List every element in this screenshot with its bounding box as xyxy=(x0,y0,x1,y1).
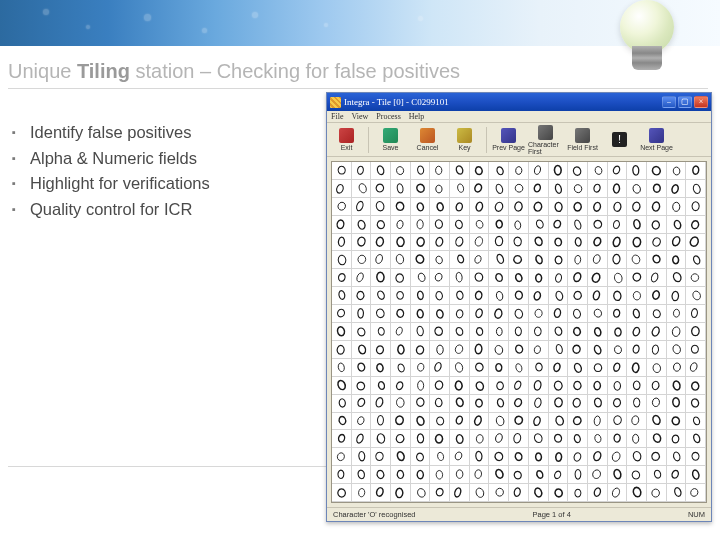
glyph-tile[interactable] xyxy=(450,305,470,323)
glyph-tile[interactable] xyxy=(411,198,431,216)
glyph-tile[interactable] xyxy=(470,341,490,359)
glyph-tile[interactable] xyxy=(450,377,470,395)
glyph-tile[interactable] xyxy=(568,359,588,377)
glyph-tile[interactable] xyxy=(371,269,391,287)
glyph-tile[interactable] xyxy=(549,287,569,305)
glyph-tile[interactable] xyxy=(470,216,490,234)
glyph-tile[interactable] xyxy=(647,430,667,448)
glyph-tile[interactable] xyxy=(686,448,706,466)
glyph-tile[interactable] xyxy=(686,305,706,323)
glyph-tile[interactable] xyxy=(529,287,549,305)
glyph-tile[interactable] xyxy=(588,466,608,484)
glyph-tile[interactable] xyxy=(529,359,549,377)
glyph-tile[interactable] xyxy=(627,484,647,502)
close-button[interactable]: × xyxy=(694,96,708,108)
glyph-tile[interactable] xyxy=(371,395,391,413)
glyph-tile[interactable] xyxy=(627,377,647,395)
glyph-tile[interactable] xyxy=(568,448,588,466)
glyph-tile[interactable] xyxy=(411,234,431,252)
glyph-tile[interactable] xyxy=(450,216,470,234)
glyph-tile[interactable] xyxy=(371,341,391,359)
glyph-tile[interactable] xyxy=(352,180,372,198)
glyph-tile[interactable] xyxy=(430,251,450,269)
glyph-tile[interactable] xyxy=(430,269,450,287)
glyph-tile[interactable] xyxy=(627,198,647,216)
glyph-tile[interactable] xyxy=(391,162,411,180)
glyph-tile[interactable] xyxy=(686,216,706,234)
glyph-tile[interactable] xyxy=(549,484,569,502)
minimize-button[interactable]: – xyxy=(662,96,676,108)
glyph-tile[interactable] xyxy=(549,448,569,466)
glyph-tile[interactable] xyxy=(627,341,647,359)
glyph-tile[interactable] xyxy=(489,466,509,484)
glyph-tile[interactable] xyxy=(667,234,687,252)
glyph-tile[interactable] xyxy=(608,341,628,359)
glyph-tile[interactable] xyxy=(352,234,372,252)
glyph-tile[interactable] xyxy=(588,359,608,377)
exit-button[interactable]: Exit xyxy=(329,125,364,155)
glyph-tile[interactable] xyxy=(608,269,628,287)
glyph-tile[interactable] xyxy=(568,216,588,234)
glyph-tile[interactable] xyxy=(529,395,549,413)
glyph-tile[interactable] xyxy=(470,323,490,341)
glyph-tile[interactable] xyxy=(667,359,687,377)
glyph-tile[interactable] xyxy=(450,413,470,431)
glyph-tile[interactable] xyxy=(588,305,608,323)
glyph-tile[interactable] xyxy=(509,287,529,305)
glyph-tile[interactable] xyxy=(352,484,372,502)
glyph-tile[interactable] xyxy=(371,484,391,502)
glyph-tile[interactable] xyxy=(647,448,667,466)
glyph-tile[interactable] xyxy=(686,162,706,180)
glyph-tile[interactable] xyxy=(371,377,391,395)
glyph-tile[interactable] xyxy=(549,413,569,431)
glyph-tile[interactable] xyxy=(371,180,391,198)
menu-item[interactable]: Help xyxy=(409,112,425,121)
glyph-tile[interactable] xyxy=(411,305,431,323)
glyph-tile[interactable] xyxy=(332,341,352,359)
glyph-tile[interactable] xyxy=(549,377,569,395)
glyph-tile[interactable] xyxy=(608,305,628,323)
glyph-tile[interactable] xyxy=(489,216,509,234)
glyph-tile[interactable] xyxy=(647,162,667,180)
glyph-tile[interactable] xyxy=(489,180,509,198)
glyph-tile[interactable] xyxy=(529,251,549,269)
glyph-tile[interactable] xyxy=(549,234,569,252)
glyph-tile[interactable] xyxy=(529,413,549,431)
glyph-tile[interactable] xyxy=(352,377,372,395)
glyph-tile[interactable] xyxy=(647,323,667,341)
glyph-tile[interactable] xyxy=(470,162,490,180)
glyph-tile[interactable] xyxy=(509,466,529,484)
glyph-tile[interactable] xyxy=(608,430,628,448)
glyph-tile[interactable] xyxy=(332,359,352,377)
glyph-tile[interactable] xyxy=(371,162,391,180)
glyph-tile[interactable] xyxy=(430,359,450,377)
glyph-tile[interactable] xyxy=(332,216,352,234)
glyph-tile[interactable] xyxy=(568,251,588,269)
glyph-tile[interactable] xyxy=(332,305,352,323)
glyph-tile[interactable] xyxy=(667,305,687,323)
glyph-tile[interactable] xyxy=(371,287,391,305)
glyph-tile[interactable] xyxy=(549,162,569,180)
glyph-tile[interactable] xyxy=(509,269,529,287)
glyph-tile[interactable] xyxy=(391,216,411,234)
maximize-button[interactable]: ▢ xyxy=(678,96,692,108)
glyph-tile[interactable] xyxy=(667,448,687,466)
char-first-button[interactable]: Character First xyxy=(528,125,563,155)
glyph-tile[interactable] xyxy=(608,377,628,395)
glyph-tile[interactable] xyxy=(489,359,509,377)
glyph-tile[interactable] xyxy=(332,162,352,180)
glyph-tile[interactable] xyxy=(627,305,647,323)
glyph-tile[interactable] xyxy=(352,162,372,180)
glyph-tile[interactable] xyxy=(352,305,372,323)
glyph-tile[interactable] xyxy=(568,162,588,180)
glyph-tile[interactable] xyxy=(686,395,706,413)
glyph-tile[interactable] xyxy=(450,287,470,305)
glyph-tile[interactable] xyxy=(686,377,706,395)
glyph-tile[interactable] xyxy=(470,198,490,216)
glyph-tile[interactable] xyxy=(489,269,509,287)
glyph-tile[interactable] xyxy=(667,484,687,502)
glyph-tile[interactable] xyxy=(332,180,352,198)
glyph-tile[interactable] xyxy=(667,466,687,484)
glyph-tile[interactable] xyxy=(686,287,706,305)
glyph-tile[interactable] xyxy=(450,359,470,377)
